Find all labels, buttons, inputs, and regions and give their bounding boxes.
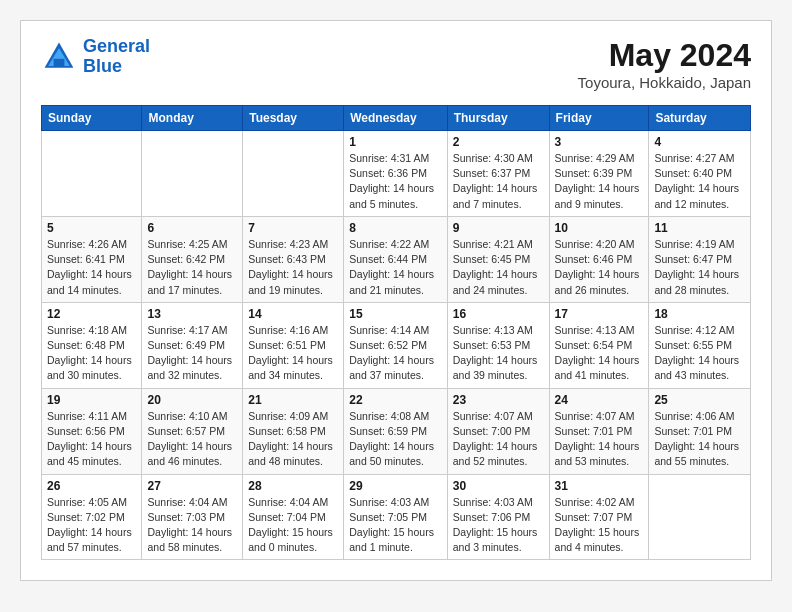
day-number: 13 xyxy=(147,307,237,321)
day-number: 11 xyxy=(654,221,745,235)
day-info: Sunrise: 4:13 AM Sunset: 6:53 PM Dayligh… xyxy=(453,323,544,384)
day-info: Sunrise: 4:06 AM Sunset: 7:01 PM Dayligh… xyxy=(654,409,745,470)
calendar-cell: 14Sunrise: 4:16 AM Sunset: 6:51 PM Dayli… xyxy=(243,302,344,388)
calendar-cell xyxy=(243,131,344,217)
calendar-cell: 1Sunrise: 4:31 AM Sunset: 6:36 PM Daylig… xyxy=(344,131,447,217)
calendar-cell: 8Sunrise: 4:22 AM Sunset: 6:44 PM Daylig… xyxy=(344,216,447,302)
calendar-cell: 24Sunrise: 4:07 AM Sunset: 7:01 PM Dayli… xyxy=(549,388,649,474)
weekday-header: Sunday xyxy=(42,106,142,131)
day-info: Sunrise: 4:26 AM Sunset: 6:41 PM Dayligh… xyxy=(47,237,136,298)
calendar-cell: 9Sunrise: 4:21 AM Sunset: 6:45 PM Daylig… xyxy=(447,216,549,302)
calendar-header: SundayMondayTuesdayWednesdayThursdayFrid… xyxy=(42,106,751,131)
calendar-cell: 31Sunrise: 4:02 AM Sunset: 7:07 PM Dayli… xyxy=(549,474,649,560)
day-number: 31 xyxy=(555,479,644,493)
day-info: Sunrise: 4:03 AM Sunset: 7:06 PM Dayligh… xyxy=(453,495,544,556)
calendar-cell: 2Sunrise: 4:30 AM Sunset: 6:37 PM Daylig… xyxy=(447,131,549,217)
weekday-header: Tuesday xyxy=(243,106,344,131)
logo-text: General Blue xyxy=(83,37,150,77)
calendar-cell: 23Sunrise: 4:07 AM Sunset: 7:00 PM Dayli… xyxy=(447,388,549,474)
day-number: 6 xyxy=(147,221,237,235)
day-number: 7 xyxy=(248,221,338,235)
logo-icon xyxy=(41,39,77,75)
calendar-cell: 17Sunrise: 4:13 AM Sunset: 6:54 PM Dayli… xyxy=(549,302,649,388)
day-number: 19 xyxy=(47,393,136,407)
calendar-cell: 27Sunrise: 4:04 AM Sunset: 7:03 PM Dayli… xyxy=(142,474,243,560)
day-info: Sunrise: 4:31 AM Sunset: 6:36 PM Dayligh… xyxy=(349,151,441,212)
calendar-cell: 10Sunrise: 4:20 AM Sunset: 6:46 PM Dayli… xyxy=(549,216,649,302)
day-number: 26 xyxy=(47,479,136,493)
weekday-header: Friday xyxy=(549,106,649,131)
calendar-cell: 4Sunrise: 4:27 AM Sunset: 6:40 PM Daylig… xyxy=(649,131,751,217)
day-info: Sunrise: 4:09 AM Sunset: 6:58 PM Dayligh… xyxy=(248,409,338,470)
calendar-cell: 6Sunrise: 4:25 AM Sunset: 6:42 PM Daylig… xyxy=(142,216,243,302)
calendar-cell: 15Sunrise: 4:14 AM Sunset: 6:52 PM Dayli… xyxy=(344,302,447,388)
day-info: Sunrise: 4:18 AM Sunset: 6:48 PM Dayligh… xyxy=(47,323,136,384)
weekday-header: Thursday xyxy=(447,106,549,131)
day-number: 18 xyxy=(654,307,745,321)
calendar-body: 1Sunrise: 4:31 AM Sunset: 6:36 PM Daylig… xyxy=(42,131,751,560)
calendar-cell: 19Sunrise: 4:11 AM Sunset: 6:56 PM Dayli… xyxy=(42,388,142,474)
calendar-cell: 12Sunrise: 4:18 AM Sunset: 6:48 PM Dayli… xyxy=(42,302,142,388)
day-number: 2 xyxy=(453,135,544,149)
calendar-cell: 3Sunrise: 4:29 AM Sunset: 6:39 PM Daylig… xyxy=(549,131,649,217)
calendar-cell: 18Sunrise: 4:12 AM Sunset: 6:55 PM Dayli… xyxy=(649,302,751,388)
day-info: Sunrise: 4:16 AM Sunset: 6:51 PM Dayligh… xyxy=(248,323,338,384)
day-info: Sunrise: 4:03 AM Sunset: 7:05 PM Dayligh… xyxy=(349,495,441,556)
calendar-cell: 11Sunrise: 4:19 AM Sunset: 6:47 PM Dayli… xyxy=(649,216,751,302)
header: General Blue May 2024 Toyoura, Hokkaido,… xyxy=(41,37,751,91)
svg-rect-2 xyxy=(54,59,65,66)
day-info: Sunrise: 4:02 AM Sunset: 7:07 PM Dayligh… xyxy=(555,495,644,556)
day-info: Sunrise: 4:10 AM Sunset: 6:57 PM Dayligh… xyxy=(147,409,237,470)
title-block: May 2024 Toyoura, Hokkaido, Japan xyxy=(578,37,751,91)
main-title: May 2024 xyxy=(578,37,751,74)
day-number: 24 xyxy=(555,393,644,407)
day-info: Sunrise: 4:21 AM Sunset: 6:45 PM Dayligh… xyxy=(453,237,544,298)
calendar-cell: 5Sunrise: 4:26 AM Sunset: 6:41 PM Daylig… xyxy=(42,216,142,302)
weekday-header: Wednesday xyxy=(344,106,447,131)
day-info: Sunrise: 4:20 AM Sunset: 6:46 PM Dayligh… xyxy=(555,237,644,298)
day-info: Sunrise: 4:11 AM Sunset: 6:56 PM Dayligh… xyxy=(47,409,136,470)
day-number: 29 xyxy=(349,479,441,493)
calendar-week-row: 1Sunrise: 4:31 AM Sunset: 6:36 PM Daylig… xyxy=(42,131,751,217)
day-number: 30 xyxy=(453,479,544,493)
calendar-cell xyxy=(649,474,751,560)
calendar-cell: 20Sunrise: 4:10 AM Sunset: 6:57 PM Dayli… xyxy=(142,388,243,474)
day-info: Sunrise: 4:08 AM Sunset: 6:59 PM Dayligh… xyxy=(349,409,441,470)
day-info: Sunrise: 4:04 AM Sunset: 7:03 PM Dayligh… xyxy=(147,495,237,556)
day-info: Sunrise: 4:30 AM Sunset: 6:37 PM Dayligh… xyxy=(453,151,544,212)
calendar-cell xyxy=(42,131,142,217)
day-number: 3 xyxy=(555,135,644,149)
day-info: Sunrise: 4:04 AM Sunset: 7:04 PM Dayligh… xyxy=(248,495,338,556)
weekday-header: Saturday xyxy=(649,106,751,131)
day-number: 27 xyxy=(147,479,237,493)
calendar-table: SundayMondayTuesdayWednesdayThursdayFrid… xyxy=(41,105,751,560)
day-info: Sunrise: 4:22 AM Sunset: 6:44 PM Dayligh… xyxy=(349,237,441,298)
calendar-cell: 13Sunrise: 4:17 AM Sunset: 6:49 PM Dayli… xyxy=(142,302,243,388)
day-number: 12 xyxy=(47,307,136,321)
calendar-cell: 25Sunrise: 4:06 AM Sunset: 7:01 PM Dayli… xyxy=(649,388,751,474)
day-number: 4 xyxy=(654,135,745,149)
calendar-cell: 22Sunrise: 4:08 AM Sunset: 6:59 PM Dayli… xyxy=(344,388,447,474)
day-number: 14 xyxy=(248,307,338,321)
calendar-cell: 16Sunrise: 4:13 AM Sunset: 6:53 PM Dayli… xyxy=(447,302,549,388)
day-info: Sunrise: 4:05 AM Sunset: 7:02 PM Dayligh… xyxy=(47,495,136,556)
day-info: Sunrise: 4:19 AM Sunset: 6:47 PM Dayligh… xyxy=(654,237,745,298)
subtitle: Toyoura, Hokkaido, Japan xyxy=(578,74,751,91)
day-number: 1 xyxy=(349,135,441,149)
logo-line1: General xyxy=(83,36,150,56)
day-info: Sunrise: 4:27 AM Sunset: 6:40 PM Dayligh… xyxy=(654,151,745,212)
day-number: 17 xyxy=(555,307,644,321)
calendar-cell: 30Sunrise: 4:03 AM Sunset: 7:06 PM Dayli… xyxy=(447,474,549,560)
day-info: Sunrise: 4:23 AM Sunset: 6:43 PM Dayligh… xyxy=(248,237,338,298)
day-number: 23 xyxy=(453,393,544,407)
day-number: 9 xyxy=(453,221,544,235)
day-number: 16 xyxy=(453,307,544,321)
day-number: 22 xyxy=(349,393,441,407)
calendar-container: General Blue May 2024 Toyoura, Hokkaido,… xyxy=(20,20,772,581)
logo: General Blue xyxy=(41,37,150,77)
day-number: 15 xyxy=(349,307,441,321)
calendar-cell: 29Sunrise: 4:03 AM Sunset: 7:05 PM Dayli… xyxy=(344,474,447,560)
day-number: 25 xyxy=(654,393,745,407)
calendar-cell: 28Sunrise: 4:04 AM Sunset: 7:04 PM Dayli… xyxy=(243,474,344,560)
calendar-cell: 21Sunrise: 4:09 AM Sunset: 6:58 PM Dayli… xyxy=(243,388,344,474)
